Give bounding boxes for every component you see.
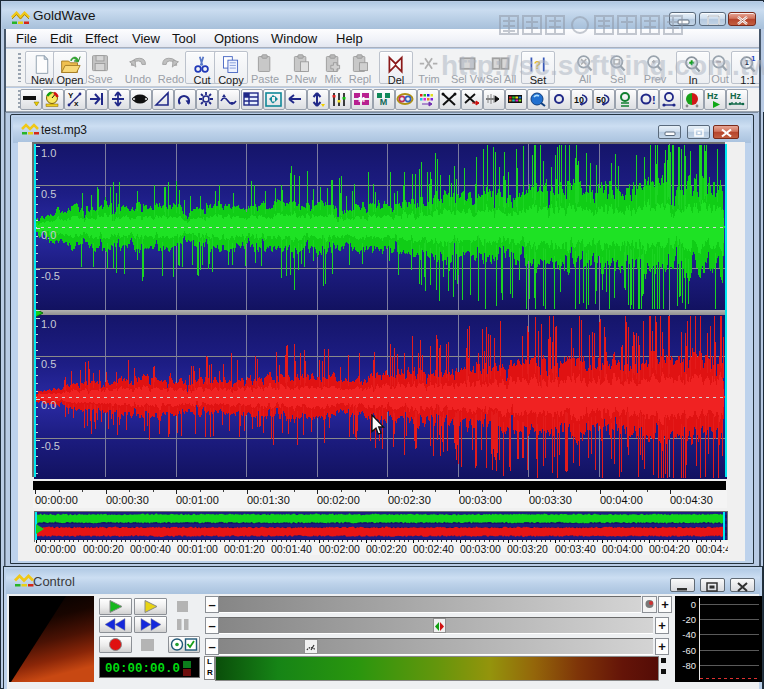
svg-text:!: !: [652, 94, 656, 106]
svg-text:M: M: [358, 95, 365, 104]
svg-text:x: x: [74, 99, 79, 108]
svg-text:Hz: Hz: [707, 91, 718, 101]
svg-text:Hz: Hz: [730, 91, 741, 101]
svg-text:M: M: [380, 97, 388, 107]
